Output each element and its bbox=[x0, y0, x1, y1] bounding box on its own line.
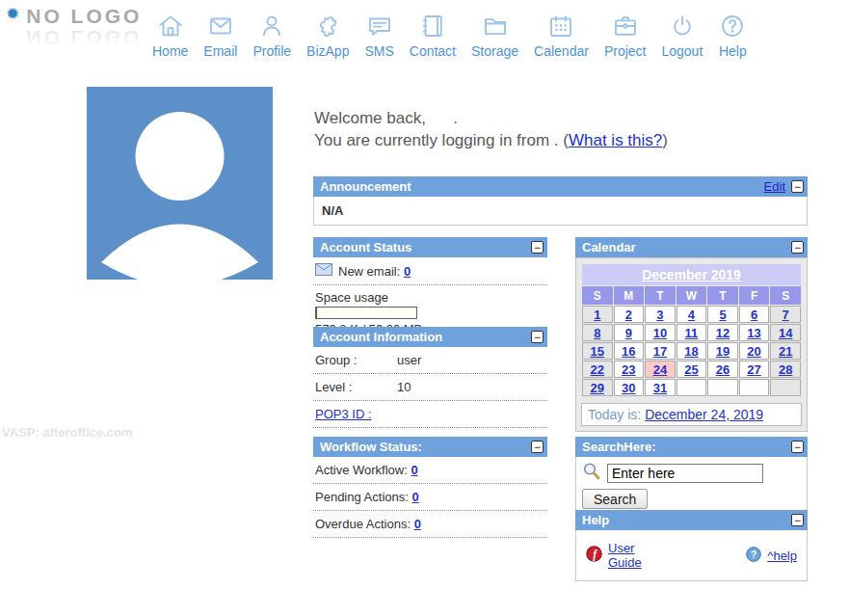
calendar-day-today: 24 bbox=[645, 361, 676, 378]
calendar-day-link[interactable]: 22 bbox=[591, 362, 604, 377]
calendar-day-link[interactable]: 31 bbox=[653, 381, 667, 395]
level-row: Level : 10 bbox=[313, 374, 547, 401]
svg-text:?: ? bbox=[751, 549, 756, 559]
caret-help-link[interactable]: ^help bbox=[767, 549, 797, 563]
calendar-day-link[interactable]: 30 bbox=[622, 381, 635, 395]
calendar-day-link[interactable]: 10 bbox=[653, 326, 667, 340]
calendar-day: 8 bbox=[582, 324, 613, 341]
calendar-day-link[interactable]: 18 bbox=[684, 344, 698, 359]
nav-item-sms[interactable]: SMS bbox=[357, 10, 401, 59]
level-value: 10 bbox=[397, 380, 411, 394]
logo-text: NO LOGO bbox=[26, 5, 142, 27]
calendar-week-row: 1 2 3 4 5 6 7 bbox=[582, 306, 801, 323]
collapse-icon[interactable] bbox=[791, 241, 804, 254]
calendar-day-link[interactable]: 23 bbox=[622, 362, 635, 377]
calendar-day-link[interactable]: 17 bbox=[653, 344, 667, 359]
calendar-day-link[interactable]: 20 bbox=[747, 344, 760, 359]
space-usage-label: Space usage bbox=[315, 290, 545, 305]
vasp-watermark: VASP: afteroffice.com bbox=[2, 425, 133, 440]
collapse-icon[interactable] bbox=[791, 180, 804, 193]
logo-reflection: NO LOGO bbox=[26, 27, 142, 48]
calendar-day-link[interactable]: 25 bbox=[684, 362, 698, 377]
calendar-day-link[interactable]: 6 bbox=[751, 308, 757, 322]
calendar-day-link[interactable]: 19 bbox=[716, 344, 730, 359]
calendar-month-link[interactable]: December 2019 bbox=[642, 267, 741, 282]
collapse-icon[interactable] bbox=[531, 241, 544, 254]
active-workflow-count-link[interactable]: 0 bbox=[411, 463, 417, 477]
calendar-day-link[interactable]: 2 bbox=[625, 308, 632, 322]
calendar-day-link[interactable]: 5 bbox=[719, 308, 726, 322]
search-input[interactable] bbox=[607, 464, 763, 483]
calendar-day-link[interactable]: 15 bbox=[591, 344, 604, 359]
calendar-table: December 2019 S M T W T F S 1 2 3 4 5 6 bbox=[581, 263, 802, 397]
calendar-day-link[interactable]: 14 bbox=[779, 326, 792, 340]
search-button[interactable]: Search bbox=[582, 489, 648, 509]
nav-item-project[interactable]: Project bbox=[597, 10, 654, 59]
new-email-count-link[interactable]: 0 bbox=[404, 264, 411, 279]
calendar-day-link[interactable]: 29 bbox=[591, 381, 604, 395]
calendar-week-row: 8 9 10 11 12 13 14 bbox=[582, 324, 801, 341]
power-icon bbox=[668, 10, 697, 40]
calendar-day-link[interactable]: 12 bbox=[716, 326, 730, 340]
calendar-day-link[interactable]: 1 bbox=[594, 308, 600, 322]
edit-announcement-link[interactable]: Edit bbox=[764, 179, 785, 194]
pending-actions-count-link[interactable]: 0 bbox=[411, 490, 418, 504]
group-label: Group : bbox=[315, 353, 397, 367]
calendar-day: 19 bbox=[707, 342, 738, 360]
calendar-day-link[interactable]: 26 bbox=[716, 362, 730, 377]
overdue-actions-count-link[interactable]: 0 bbox=[414, 517, 421, 531]
user-guide-link[interactable]: User Guide bbox=[608, 541, 672, 570]
calendar-day-link[interactable]: 9 bbox=[625, 326, 632, 340]
calendar-day-link[interactable]: 16 bbox=[622, 344, 635, 359]
calendar-day-link[interactable]: 13 bbox=[747, 326, 760, 340]
announcement-header: Announcement Edit bbox=[313, 176, 808, 197]
calendar-day: 12 bbox=[707, 324, 738, 341]
nav-item-storage[interactable]: Storage bbox=[464, 10, 526, 59]
nav-item-bizapp[interactable]: BizApp bbox=[299, 10, 357, 59]
help-panel: Help f User Guide ? ^help bbox=[575, 510, 808, 581]
help-item: ? ^help bbox=[746, 547, 797, 565]
calendar-day-link[interactable]: 24 bbox=[653, 362, 667, 377]
search-header: SearchHere: bbox=[575, 437, 808, 457]
collapse-icon[interactable] bbox=[531, 441, 544, 453]
calendar-day: 31 bbox=[645, 379, 676, 396]
calendar-day-link[interactable]: 4 bbox=[688, 308, 695, 322]
today-date-link[interactable]: December 24, 2019 bbox=[645, 407, 763, 422]
calendar-day-link[interactable]: 27 bbox=[747, 362, 760, 377]
nav-label: BizApp bbox=[306, 43, 349, 59]
user-guide-item: f User Guide bbox=[586, 541, 672, 570]
pop3-id-link[interactable]: POP3 ID : bbox=[315, 407, 372, 421]
nav-item-contact[interactable]: Contact bbox=[402, 10, 464, 59]
collapse-icon[interactable] bbox=[531, 331, 544, 343]
folder-icon bbox=[481, 10, 510, 40]
calendar-day-link[interactable]: 21 bbox=[779, 344, 792, 359]
calendar-day-link[interactable]: 11 bbox=[685, 326, 699, 340]
calendar-day-link[interactable]: 28 bbox=[779, 362, 792, 377]
nav-item-help[interactable]: Help bbox=[710, 10, 755, 59]
workflow-status-header: Workflow Status: bbox=[313, 437, 547, 457]
calendar-day: 30 bbox=[614, 379, 645, 396]
pending-actions-row: Pending Actions: 0 bbox=[313, 484, 547, 511]
panel-title: Announcement bbox=[320, 179, 764, 194]
nav-item-email[interactable]: Email bbox=[196, 10, 245, 59]
calendar-week-row: 22 23 24 25 26 27 28 bbox=[582, 361, 801, 378]
calendar-day-link[interactable]: 8 bbox=[594, 326, 600, 340]
nav-item-home[interactable]: Home bbox=[145, 10, 196, 59]
logo-text-block: NO LOGO NO LOGO bbox=[26, 6, 142, 48]
what-is-this-link[interactable]: What is this? bbox=[569, 131, 662, 149]
calendar-day-link[interactable]: 3 bbox=[656, 308, 663, 322]
calendar-day: 25 bbox=[677, 361, 707, 378]
collapse-icon[interactable] bbox=[791, 514, 804, 526]
nav-item-calendar[interactable]: Calendar bbox=[526, 10, 597, 59]
nav-item-profile[interactable]: Profile bbox=[245, 10, 299, 59]
calendar-day-empty bbox=[707, 379, 738, 396]
calendar-day-link[interactable]: 7 bbox=[783, 308, 789, 322]
group-row: Group : user bbox=[313, 347, 547, 374]
calendar-day: 16 bbox=[614, 342, 645, 360]
today-label: Today is: bbox=[588, 407, 641, 422]
welcome-line1: Welcome back, . bbox=[314, 107, 668, 129]
collapse-icon[interactable] bbox=[791, 441, 804, 453]
nav-item-logout[interactable]: Logout bbox=[653, 10, 710, 59]
nav-label: SMS bbox=[364, 43, 393, 59]
calendar-day: 17 bbox=[645, 342, 676, 360]
